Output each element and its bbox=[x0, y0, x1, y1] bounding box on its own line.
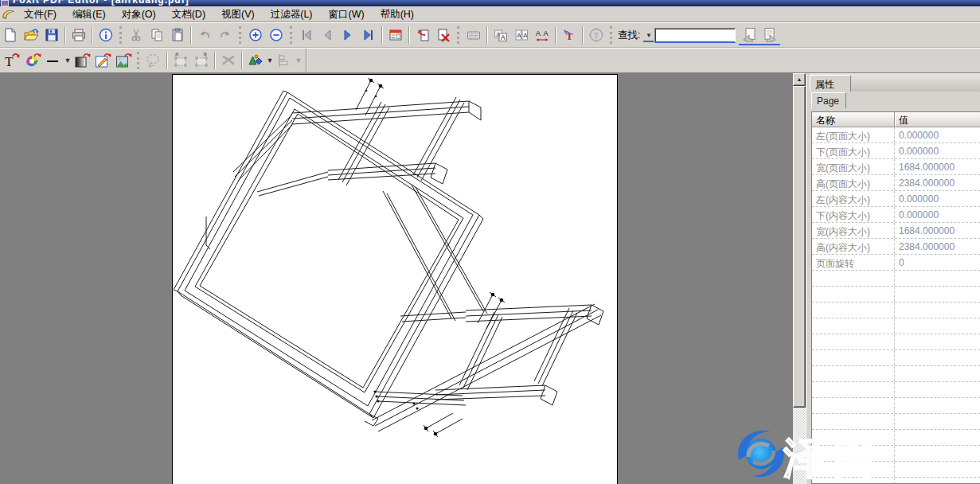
vertical-scrollbar[interactable]: ▲ bbox=[793, 73, 806, 484]
empty-row bbox=[812, 430, 980, 446]
toolbar-drag-handle[interactable] bbox=[137, 52, 140, 69]
find-previous-button[interactable] bbox=[739, 25, 759, 45]
add-image-button[interactable] bbox=[113, 50, 134, 71]
property-row[interactable]: 高(页面大小)2384.000000 bbox=[812, 175, 980, 191]
info-icon bbox=[98, 27, 114, 43]
toolbar-separator bbox=[214, 52, 216, 69]
document-page[interactable] bbox=[172, 74, 618, 484]
add-gradient-icon bbox=[73, 52, 91, 69]
letter-spacing-button[interactable]: AA bbox=[532, 25, 552, 45]
page-tab[interactable]: Page bbox=[811, 92, 846, 108]
align-dropdown[interactable]: ▼ bbox=[295, 57, 303, 64]
cut-button[interactable] bbox=[126, 25, 146, 45]
add-text-button[interactable]: T bbox=[2, 50, 22, 71]
property-row[interactable]: 宽(内容大小)1684.000000 bbox=[812, 223, 980, 239]
undo-button[interactable] bbox=[194, 25, 215, 45]
property-row[interactable]: 高(内容大小)2384.000000 bbox=[812, 239, 980, 255]
keyboard-button[interactable] bbox=[463, 25, 484, 45]
new-button[interactable] bbox=[0, 25, 21, 45]
add-color-button[interactable] bbox=[22, 50, 43, 71]
line-style-dropdown[interactable]: ▼ bbox=[64, 57, 72, 64]
menu-window[interactable]: 窗口(W) bbox=[321, 7, 373, 21]
letter-spacing-icon: AA bbox=[534, 27, 550, 43]
shapes-button[interactable] bbox=[245, 50, 266, 71]
first-page-button[interactable] bbox=[296, 25, 317, 45]
delete-object-button[interactable] bbox=[218, 50, 239, 71]
property-row[interactable]: 下(内容大小)0.000000 bbox=[812, 207, 980, 223]
embed-font-button[interactable]: AA bbox=[511, 25, 532, 45]
property-row[interactable]: 下(页面大小)0.000000 bbox=[812, 143, 980, 159]
print-button[interactable] bbox=[68, 25, 89, 45]
add-text-icon: T bbox=[3, 52, 21, 69]
copy-button[interactable] bbox=[146, 25, 167, 45]
scrollbar-track[interactable] bbox=[793, 408, 806, 484]
find-next-button[interactable] bbox=[759, 25, 780, 45]
toolbar-drag-handle[interactable] bbox=[457, 26, 460, 44]
line-style-button[interactable] bbox=[43, 50, 64, 71]
shapes-dropdown[interactable]: ▼ bbox=[266, 57, 274, 64]
svg-text:A: A bbox=[544, 29, 549, 37]
delete-page-button[interactable] bbox=[433, 25, 454, 45]
property-row[interactable]: 左(内容大小)0.000000 bbox=[812, 191, 980, 207]
svg-text:A: A bbox=[517, 32, 521, 39]
document-info-button[interactable] bbox=[96, 25, 116, 45]
property-row[interactable]: 页面旋转0 bbox=[812, 255, 980, 271]
last-page-button[interactable] bbox=[358, 25, 379, 45]
menu-document[interactable]: 文档(D) bbox=[164, 7, 213, 21]
toolbar-separator bbox=[190, 26, 192, 44]
watermark-logo-icon bbox=[729, 422, 793, 484]
property-row[interactable]: 左(页面大小)0.000000 bbox=[812, 127, 980, 143]
zoom-out-button[interactable] bbox=[266, 25, 287, 45]
scroll-up-button[interactable]: ▲ bbox=[793, 73, 806, 86]
copy-icon bbox=[149, 27, 165, 43]
next-page-icon bbox=[340, 27, 356, 43]
insert-page-button[interactable] bbox=[412, 25, 433, 45]
find-input[interactable] bbox=[654, 28, 736, 43]
insert-text-button[interactable]: T bbox=[559, 25, 580, 45]
nudge-right-icon bbox=[193, 52, 210, 69]
last-page-icon bbox=[361, 27, 377, 43]
menu-view[interactable]: 视图(V) bbox=[213, 7, 263, 21]
property-row[interactable]: 宽(页面大小)1684.000000 bbox=[812, 159, 980, 175]
toolbar-drag-handle[interactable] bbox=[239, 26, 242, 44]
lasso-select-button[interactable] bbox=[143, 50, 164, 71]
menu-filter[interactable]: 过滤器(L) bbox=[263, 7, 321, 21]
add-image-icon bbox=[115, 52, 132, 69]
zoom-in-button[interactable] bbox=[245, 25, 266, 45]
value-column-header[interactable]: 值 bbox=[895, 112, 908, 127]
align-button[interactable] bbox=[274, 50, 295, 71]
menu-help[interactable]: 帮助(H) bbox=[373, 7, 422, 21]
next-page-button[interactable] bbox=[338, 25, 358, 45]
text-tool-button[interactable]: T bbox=[586, 25, 607, 45]
edit-image-button[interactable] bbox=[92, 50, 113, 71]
scrollbar-thumb[interactable] bbox=[793, 86, 806, 408]
nudge-left-icon bbox=[172, 52, 189, 69]
save-button[interactable] bbox=[41, 25, 62, 45]
svg-text:T: T bbox=[5, 54, 14, 69]
properties-tab[interactable]: 属性 bbox=[810, 75, 851, 92]
insert-text-icon: T bbox=[561, 27, 577, 43]
properties-panel: 属性 Page 名称 值 左(页面大小)0.000000 下(页面大小)0.00… bbox=[810, 73, 980, 484]
toolbar-separator bbox=[555, 26, 556, 44]
toolbar-drag-handle[interactable] bbox=[610, 26, 613, 44]
toolbar-drag-handle[interactable] bbox=[290, 26, 293, 44]
replace-font-button[interactable]: AA bbox=[490, 25, 511, 45]
paste-button[interactable] bbox=[167, 25, 188, 45]
previous-page-button[interactable] bbox=[317, 25, 338, 45]
open-icon bbox=[23, 27, 39, 43]
menu-file[interactable]: 文件(F) bbox=[16, 7, 64, 21]
nudge-right-button[interactable] bbox=[191, 50, 212, 71]
nudge-left-button[interactable] bbox=[170, 50, 191, 71]
menu-object[interactable]: 对象(O) bbox=[114, 7, 164, 21]
toolbar-drag-handle[interactable] bbox=[119, 26, 123, 44]
find-dropdown[interactable]: ▼ bbox=[643, 29, 654, 42]
menu-edit[interactable]: 编辑(E) bbox=[64, 7, 114, 21]
add-gradient-button[interactable] bbox=[72, 50, 92, 71]
redo-button[interactable] bbox=[215, 25, 236, 45]
text-tool-icon: T bbox=[588, 27, 604, 43]
main-toolbar: AA AA AA T T 查找: ▼ bbox=[0, 22, 980, 48]
svg-text:A: A bbox=[523, 32, 528, 39]
page-thumbnails-button[interactable] bbox=[385, 25, 406, 45]
open-button[interactable] bbox=[21, 25, 41, 45]
name-column-header[interactable]: 名称 bbox=[812, 112, 895, 127]
